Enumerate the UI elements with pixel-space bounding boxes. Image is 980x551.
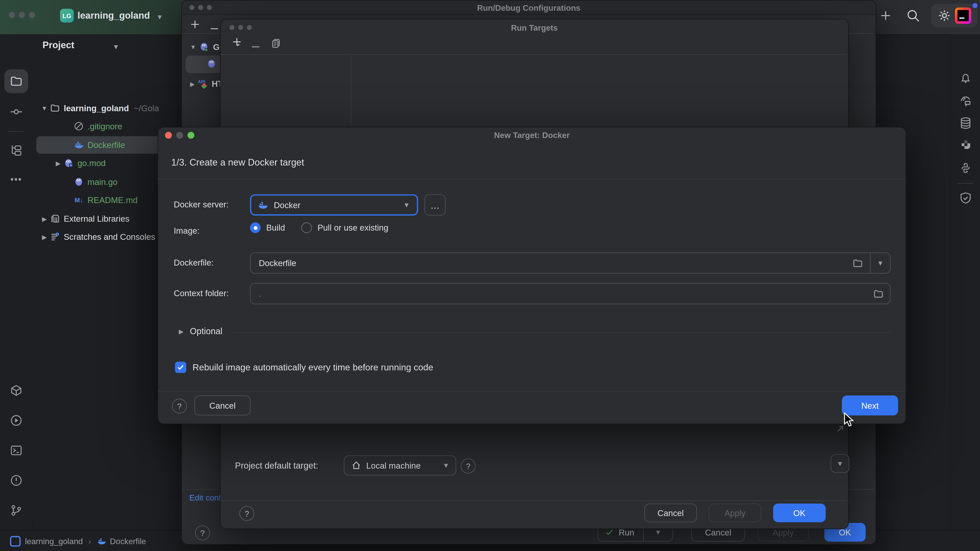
project-switcher[interactable]: learning_goland [78, 10, 150, 21]
config-tree-item-selected[interactable] [207, 59, 221, 69]
minimize-window-icon[interactable] [198, 5, 203, 10]
chevron-down-icon: ▼ [837, 460, 843, 467]
rebuild-checkbox[interactable] [175, 362, 186, 373]
close-window-icon[interactable] [189, 5, 194, 10]
help-icon[interactable]: ? [195, 526, 210, 540]
chevron-right-icon[interactable]: ▶ [190, 81, 195, 87]
strip-separator [8, 131, 24, 132]
build-radio[interactable] [250, 222, 261, 233]
tree-label: .gitignore [88, 121, 122, 131]
folder-browse-icon[interactable] [873, 288, 884, 299]
notifications-bell-icon[interactable] [958, 71, 973, 86]
search-everywhere-icon[interactable] [906, 8, 921, 23]
dialog-title: New Target: Docker [494, 130, 570, 140]
add-configuration-icon[interactable] [880, 10, 891, 21]
ai-assistant-icon[interactable] [958, 93, 973, 108]
libraries-icon [50, 214, 60, 224]
close-window-icon[interactable] [165, 132, 172, 139]
chevron-right-icon[interactable]: ▶ [41, 233, 48, 240]
chevron-down-icon[interactable]: ▼ [190, 44, 196, 51]
chevron-right-icon[interactable]: ▶ [55, 160, 61, 167]
project-folder-icon[interactable] [9, 74, 24, 89]
chevron-right-icon[interactable]: ▶ [41, 215, 48, 222]
chevron-down-icon[interactable]: ▼ [442, 462, 449, 469]
add-target-icon[interactable] [231, 37, 242, 48]
strip-separator [958, 183, 974, 184]
edit-templates-link[interactable]: Edit configuration templates… [189, 493, 221, 502]
remove-target-icon[interactable] [251, 42, 261, 52]
chevron-down-icon[interactable]: ▼ [403, 201, 410, 209]
dockerfile-field[interactable]: Dockerfile ▼ [250, 252, 891, 273]
default-target-dropdown[interactable]: Local machine ▼ [344, 455, 456, 475]
problems-icon[interactable] [9, 473, 24, 488]
goland-ide: LG learning_goland ▼ [0, 0, 980, 551]
minimize-window-icon[interactable] [238, 25, 243, 30]
build-radio-label[interactable]: Build [266, 223, 285, 232]
terminal-icon[interactable] [9, 443, 24, 458]
pull-radio-label[interactable]: Pull or use existing [318, 223, 388, 232]
cancel-button[interactable]: Cancel [644, 503, 697, 522]
scratches-icon [50, 232, 60, 242]
window-title: Run Targets [511, 23, 558, 32]
tree-label: Dockerfile [88, 140, 125, 150]
browse-servers-button[interactable]: … [425, 194, 445, 216]
more-tools-icon[interactable]: ••• [9, 171, 24, 186]
chevron-down-icon[interactable]: ▼ [655, 529, 662, 536]
pull-radio[interactable] [301, 222, 312, 233]
zoom-window-icon[interactable] [29, 12, 35, 18]
project-avatar[interactable]: LG [60, 9, 74, 22]
window-controls[interactable] [9, 12, 35, 18]
zoom-window-icon[interactable] [188, 132, 194, 139]
image-radio-group: Build Pull or use existing [250, 222, 388, 233]
zoom-window-icon[interactable] [207, 5, 212, 10]
collapsed-dropdown-chevron[interactable]: ▼ [831, 454, 850, 473]
chevron-down-icon[interactable]: ▼ [41, 105, 48, 111]
breadcrumb-file[interactable]: Dockerfile [110, 536, 146, 546]
shield-check-icon[interactable] [958, 191, 973, 206]
commit-icon[interactable] [9, 104, 24, 119]
minimize-window-icon[interactable] [19, 12, 25, 18]
add-configuration-icon[interactable] [190, 19, 200, 29]
help-icon[interactable]: ? [461, 459, 476, 474]
ok-button[interactable]: OK [773, 503, 826, 522]
run-debug-window-titlebar[interactable]: Run/Debug Configurations [182, 0, 876, 15]
breadcrumb-project[interactable]: learning_goland [25, 536, 83, 546]
split-divider [870, 253, 870, 273]
ignored-file-icon [74, 121, 84, 131]
rebuild-checkbox-label[interactable]: Rebuild image automatically every time b… [192, 362, 433, 372]
copy-target-icon[interactable] [270, 38, 281, 49]
services-run-icon[interactable] [9, 413, 24, 428]
project-view-title[interactable]: Project [43, 39, 75, 50]
ide-logo-icon[interactable] [955, 7, 971, 24]
settings-gear-icon[interactable] [937, 8, 952, 23]
dependencies-checker-icon[interactable] [958, 138, 973, 153]
minimize-window-icon[interactable] [177, 132, 183, 139]
folder-icon [50, 103, 60, 113]
close-window-icon[interactable] [229, 25, 234, 30]
header-separator [158, 179, 904, 179]
docker-server-dropdown[interactable]: Docker ▼ [250, 194, 418, 216]
remove-configuration-icon[interactable] [209, 24, 219, 34]
structure-icon[interactable] [9, 143, 24, 158]
build-icon[interactable] [9, 383, 24, 398]
context-folder-field[interactable]: . [250, 283, 891, 304]
dialog-titlebar[interactable]: New Target: Docker [158, 127, 906, 143]
git-branch-icon[interactable] [9, 503, 24, 518]
gopher-icon [74, 177, 84, 187]
chevron-down-icon[interactable]: ▼ [877, 259, 884, 267]
help-icon[interactable]: ? [239, 506, 255, 521]
optional-section-toggle[interactable]: ▶ Optional [179, 326, 222, 336]
dockerfile-value: Dockerfile [259, 259, 296, 268]
mouse-cursor [844, 412, 854, 427]
new-target-docker-dialog: New Target: Docker 1/3. Create a new Doc… [158, 127, 906, 424]
cancel-button[interactable]: Cancel [194, 395, 251, 415]
database-icon[interactable] [958, 116, 973, 130]
run-targets-titlebar[interactable]: Run Targets [221, 19, 848, 36]
help-icon[interactable]: ? [172, 399, 187, 413]
folder-browse-icon[interactable] [853, 258, 863, 268]
apply-button[interactable]: Apply [709, 503, 761, 522]
zoom-window-icon[interactable] [247, 25, 252, 30]
close-window-icon[interactable] [9, 12, 15, 18]
default-target-label: Project default target: [235, 460, 318, 470]
python-packages-icon[interactable] [958, 160, 973, 176]
